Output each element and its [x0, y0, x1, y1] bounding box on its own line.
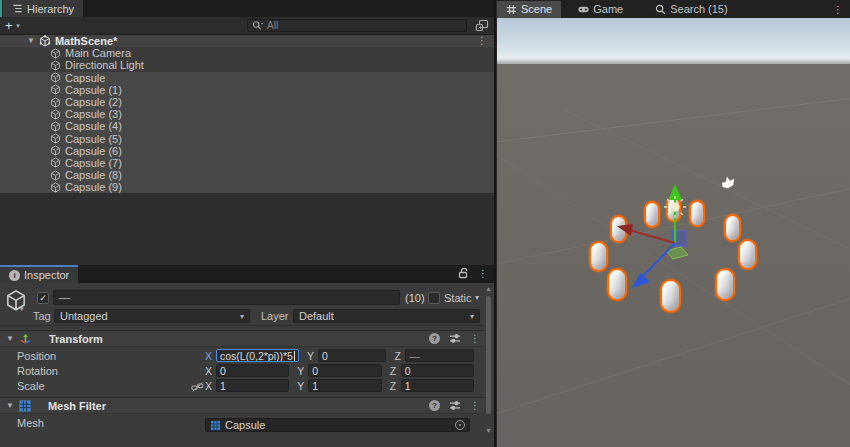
gizmo-arrow-z[interactable]: [632, 273, 650, 288]
kebab-icon[interactable]: ⋮: [470, 400, 480, 411]
scale-z-field[interactable]: 1: [401, 379, 474, 392]
scroll-down-icon[interactable]: ▼: [485, 427, 492, 434]
presets-icon[interactable]: [449, 333, 461, 344]
hierarchy-item-label: Capsule: [65, 72, 105, 84]
scene-viewport[interactable]: [497, 18, 850, 447]
scrollbar-thumb[interactable]: [486, 296, 491, 414]
tab-scene[interactable]: Scene: [497, 1, 561, 18]
help-icon[interactable]: ?: [429, 400, 440, 411]
tab-hierarchy[interactable]: Hierarchy: [3, 0, 83, 17]
help-icon[interactable]: ?: [429, 333, 440, 344]
rotation-y-field[interactable]: 0: [308, 364, 381, 377]
hierarchy-toolbar: + ▾ All: [0, 17, 494, 35]
chevron-down-icon: ▾: [240, 312, 244, 321]
tab-inspector[interactable]: i Inspector: [0, 265, 78, 283]
active-checkbox[interactable]: ✓: [37, 292, 49, 304]
scale-y-field[interactable]: 1: [308, 379, 381, 392]
gizmo-axis-z[interactable]: [643, 243, 675, 276]
rotation-z-field[interactable]: 0: [401, 364, 474, 377]
tab-game[interactable]: Game: [569, 1, 632, 18]
kebab-icon[interactable]: ⋮: [470, 333, 480, 344]
static-dropdown-icon[interactable]: ▾: [475, 293, 479, 302]
axis-x-label: X: [205, 350, 216, 362]
inspector-scrollbar[interactable]: ▲ ▼: [484, 283, 494, 447]
scroll-up-icon[interactable]: ▲: [485, 285, 492, 292]
hierarchy-item[interactable]: Capsule (6): [0, 145, 494, 157]
tag-dropdown[interactable]: Untagged▾: [54, 309, 250, 323]
transform-header[interactable]: ▼ Transform ? ⋮: [0, 330, 494, 347]
gizmo-arrow-x[interactable]: [617, 224, 633, 236]
kebab-icon[interactable]: ⋮: [833, 4, 850, 15]
position-y-field[interactable]: 0: [318, 349, 387, 362]
hierarchy-item[interactable]: Main Camera: [0, 47, 494, 59]
mesh-filter-header[interactable]: ▼ Mesh Filter ? ⋮: [0, 397, 494, 414]
hierarchy-item-label: Directional Light: [65, 59, 144, 71]
scale-x-field[interactable]: 1: [216, 379, 289, 392]
position-z-field[interactable]: —: [405, 349, 474, 362]
chevron-down-icon[interactable]: ▾: [20, 305, 24, 313]
transform-component: ▼ Transform ? ⋮ Position Xcos(L(0,2*pi))…: [0, 330, 494, 397]
hierarchy-item[interactable]: Capsule: [0, 72, 494, 84]
hierarchy-scene-row[interactable]: ▼ MathScene* ⋮: [0, 35, 494, 47]
gameobject-cube-icon: [50, 182, 61, 193]
open-search-window-icon[interactable]: [475, 19, 489, 32]
mesh-filter-icon: [19, 400, 31, 412]
hierarchy-item[interactable]: Capsule (9): [0, 181, 494, 193]
object-name-field[interactable]: —: [53, 290, 400, 305]
scene-grid-icon: [506, 4, 517, 15]
mesh-object-field[interactable]: Capsule: [205, 418, 470, 432]
gameobject-cube-icon: [50, 121, 61, 132]
hierarchy-item-label: Capsule (4): [65, 120, 122, 132]
mesh-filter-component: ▼ Mesh Filter ? ⋮ Mesh Capsule: [0, 397, 494, 434]
move-gizmo[interactable]: [497, 18, 850, 447]
hierarchy-item[interactable]: Capsule (1): [0, 84, 494, 96]
foldout-icon[interactable]: ▼: [6, 401, 14, 410]
scene-view-panel: Scene Game Search (15) ⋮: [497, 0, 850, 447]
info-icon: i: [9, 270, 20, 281]
gameobject-cube-icon: [50, 133, 61, 144]
axis-y-label: Y: [307, 350, 318, 362]
axis-z-label: Z: [394, 350, 405, 362]
rotation-x-field[interactable]: 0: [216, 364, 289, 377]
hierarchy-search-input[interactable]: All: [247, 19, 467, 32]
hierarchy-item[interactable]: Capsule (8): [0, 169, 494, 181]
hierarchy-item-label: Capsule (2): [65, 96, 122, 108]
component-title: Transform: [49, 333, 103, 345]
tag-label: Tag: [33, 310, 51, 322]
static-checkbox[interactable]: [428, 292, 440, 304]
hierarchy-items: Main Camera Directional Light Capsule: [0, 47, 494, 193]
presets-icon[interactable]: [449, 400, 461, 411]
gameobject-cube-icon: [50, 84, 61, 95]
link-scale-icon[interactable]: [191, 381, 204, 393]
hierarchy-item[interactable]: Directional Light: [0, 59, 494, 71]
foldout-icon[interactable]: ▼: [6, 334, 14, 343]
hierarchy-item-label: Main Camera: [65, 47, 131, 59]
gameobject-cube-icon: [50, 170, 61, 181]
tab-search[interactable]: Search (15): [646, 1, 736, 18]
gameobject-cube-icon: [50, 97, 61, 108]
hierarchy-item[interactable]: Capsule (7): [0, 157, 494, 169]
hierarchy-item[interactable]: Capsule (3): [0, 108, 494, 120]
hierarchy-item[interactable]: Capsule (2): [0, 96, 494, 108]
mesh-row: Mesh Capsule: [0, 416, 494, 434]
position-row: Position Xcos(L(0,2*pi))*5 Y0 Z—: [0, 349, 494, 364]
static-label: Static: [444, 292, 472, 304]
add-object-button[interactable]: + ▾: [5, 18, 20, 33]
gizmo-axis-x[interactable]: [629, 230, 675, 243]
inspector-panel: ▾ ✓ — (10) Static ▾ Tag Untagged▾ Layer …: [0, 283, 494, 447]
layer-dropdown[interactable]: Default▾: [293, 309, 480, 323]
position-x-field[interactable]: cos(L(0,2*pi))*5: [216, 349, 299, 362]
lock-icon[interactable]: [458, 267, 469, 279]
hierarchy-item[interactable]: Capsule (5): [0, 133, 494, 145]
foldout-icon[interactable]: ▼: [27, 35, 35, 47]
hierarchy-item-label: Capsule (7): [65, 157, 122, 169]
hierarchy-item[interactable]: Capsule (4): [0, 120, 494, 132]
kebab-icon[interactable]: ⋮: [477, 35, 487, 47]
object-picker-icon[interactable]: [455, 420, 465, 430]
transform-rows: Position Xcos(L(0,2*pi))*5 Y0 Z— Rotatio…: [0, 347, 494, 397]
game-controller-icon: [578, 4, 589, 15]
kebab-icon[interactable]: ⋮: [478, 268, 488, 279]
layer-label: Layer: [261, 310, 289, 322]
gameobject-cube-icon: [50, 60, 61, 71]
hierarchy-icon: [12, 3, 23, 14]
